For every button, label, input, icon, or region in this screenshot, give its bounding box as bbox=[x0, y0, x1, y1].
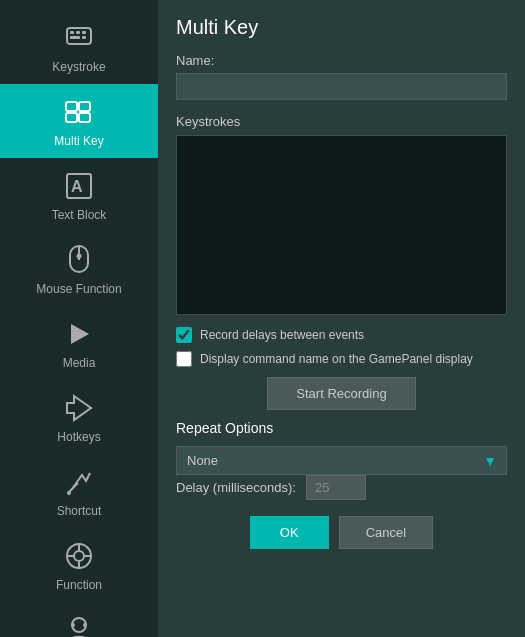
ventrilo-icon bbox=[61, 612, 97, 637]
svg-rect-3 bbox=[82, 31, 86, 34]
svg-rect-8 bbox=[66, 113, 77, 122]
sidebar-item-function[interactable]: Function bbox=[0, 528, 158, 602]
display-command-label[interactable]: Display command name on the GamePanel di… bbox=[200, 352, 473, 366]
sidebar-item-mouse-function-label: Mouse Function bbox=[36, 282, 121, 296]
svg-rect-6 bbox=[66, 102, 77, 111]
svg-rect-1 bbox=[70, 31, 74, 34]
sidebar-item-multi-key[interactable]: Multi Key bbox=[0, 84, 158, 158]
svg-point-17 bbox=[67, 491, 71, 495]
display-command-row: Display command name on the GamePanel di… bbox=[176, 351, 507, 367]
mouse-function-icon bbox=[61, 242, 97, 278]
ok-button[interactable]: OK bbox=[250, 516, 329, 549]
sidebar-item-ventrilo[interactable]: Ventrilo bbox=[0, 602, 158, 637]
cancel-button[interactable]: Cancel bbox=[339, 516, 433, 549]
svg-marker-16 bbox=[67, 396, 91, 420]
keystrokes-area bbox=[176, 135, 507, 315]
start-recording-button[interactable]: Start Recording bbox=[267, 377, 415, 410]
sidebar-item-shortcut-label: Shortcut bbox=[57, 504, 102, 518]
function-icon bbox=[61, 538, 97, 574]
sidebar-item-keystroke[interactable]: Keystroke bbox=[0, 10, 158, 84]
svg-rect-2 bbox=[76, 31, 80, 34]
sidebar-item-function-label: Function bbox=[56, 578, 102, 592]
repeat-select[interactable]: None bbox=[176, 446, 507, 475]
multi-key-icon bbox=[61, 94, 97, 130]
page-title: Multi Key bbox=[176, 16, 507, 39]
name-input[interactable] bbox=[176, 73, 507, 100]
svg-point-25 bbox=[71, 623, 75, 627]
sidebar-item-shortcut[interactable]: Shortcut bbox=[0, 454, 158, 528]
name-label: Name: bbox=[176, 53, 507, 68]
svg-text:A: A bbox=[71, 178, 83, 195]
sidebar-item-keystroke-label: Keystroke bbox=[52, 60, 105, 74]
keystroke-icon bbox=[61, 20, 97, 56]
delay-row: Delay (milliseconds): bbox=[176, 475, 507, 500]
record-delays-row: Record delays between events bbox=[176, 327, 507, 343]
sidebar-item-media[interactable]: Media bbox=[0, 306, 158, 380]
sidebar-item-text-block-label: Text Block bbox=[52, 208, 107, 222]
repeat-select-wrapper: None ▼ bbox=[176, 446, 507, 475]
media-icon bbox=[61, 316, 97, 352]
svg-point-19 bbox=[74, 551, 84, 561]
record-delays-checkbox[interactable] bbox=[176, 327, 192, 343]
text-block-icon: A bbox=[61, 168, 97, 204]
display-command-checkbox[interactable] bbox=[176, 351, 192, 367]
sidebar-item-hotkeys[interactable]: Hotkeys bbox=[0, 380, 158, 454]
record-delays-label[interactable]: Record delays between events bbox=[200, 328, 364, 342]
svg-marker-15 bbox=[71, 324, 89, 344]
svg-point-14 bbox=[77, 254, 82, 259]
svg-rect-4 bbox=[70, 36, 80, 39]
sidebar-item-multi-key-label: Multi Key bbox=[54, 134, 103, 148]
shortcut-icon bbox=[61, 464, 97, 500]
main-content: Multi Key Name: Keystrokes Record delays… bbox=[158, 0, 525, 637]
delay-label: Delay (milliseconds): bbox=[176, 480, 296, 495]
sidebar: Keystroke Multi Key A Text Block bbox=[0, 0, 158, 637]
keystrokes-label: Keystrokes bbox=[176, 114, 507, 129]
hotkeys-icon bbox=[61, 390, 97, 426]
sidebar-item-media-label: Media bbox=[63, 356, 96, 370]
svg-rect-9 bbox=[79, 113, 90, 122]
repeat-options-title: Repeat Options bbox=[176, 420, 507, 436]
svg-point-26 bbox=[83, 623, 87, 627]
svg-rect-5 bbox=[82, 36, 86, 39]
sidebar-item-mouse-function[interactable]: Mouse Function bbox=[0, 232, 158, 306]
sidebar-item-hotkeys-label: Hotkeys bbox=[57, 430, 100, 444]
bottom-buttons: OK Cancel bbox=[176, 516, 507, 549]
sidebar-item-text-block[interactable]: A Text Block bbox=[0, 158, 158, 232]
svg-rect-7 bbox=[79, 102, 90, 111]
delay-input[interactable] bbox=[306, 475, 366, 500]
